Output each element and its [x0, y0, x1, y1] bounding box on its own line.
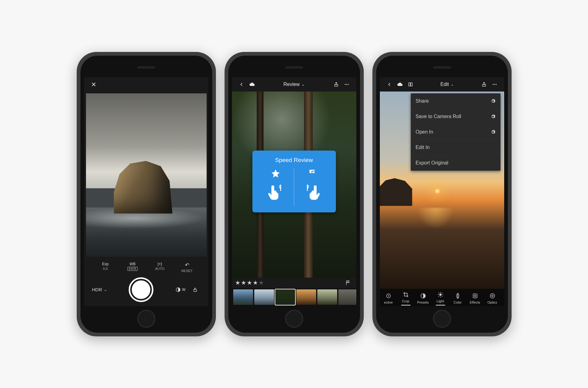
shutter-button[interactable] [130, 279, 152, 301]
mode-dropdown[interactable]: Review ⌄ [283, 82, 304, 87]
thumbnail[interactable] [233, 289, 253, 305]
review-screen: Review ⌄ Speed Review [232, 77, 356, 306]
home-button[interactable] [137, 310, 155, 328]
flag-icon [345, 280, 351, 286]
cloud-button[interactable] [395, 79, 405, 90]
chevron-down-icon: ⌄ [104, 288, 107, 292]
star-icon[interactable]: ★ [247, 279, 252, 286]
menu-item-open-in[interactable]: Open In [411, 124, 500, 140]
home-button[interactable] [433, 310, 451, 328]
more-button[interactable] [341, 79, 352, 90]
share-button[interactable] [331, 79, 341, 90]
phone-speaker [137, 66, 155, 69]
more-icon [491, 81, 498, 87]
home-button[interactable] [285, 310, 303, 328]
tool-selective[interactable]: ective [380, 291, 397, 304]
thumbnail-selected[interactable] [275, 289, 295, 305]
back-button[interactable] [384, 79, 395, 90]
lens-toggle[interactable]: W [175, 284, 186, 295]
close-button[interactable] [88, 79, 99, 90]
gear-icon [491, 99, 496, 104]
close-icon [91, 82, 97, 87]
svg-point-4 [346, 84, 347, 85]
menu-item-save-to-camera-roll[interactable]: Save to Camera Roll [411, 109, 500, 124]
overlay-title: Speed Review [257, 157, 331, 164]
edit-topbar: Edit ⌄ [380, 77, 504, 92]
right-controls: W [175, 284, 200, 295]
share-button[interactable] [479, 79, 489, 90]
phone-body: Exp 0.0 WB AWB [+] AUTO ↶ RESET H [80, 56, 212, 333]
swipe-hand-icon [303, 183, 321, 201]
lock-toggle[interactable] [190, 284, 200, 295]
cloud-button[interactable] [247, 79, 257, 90]
star-icon[interactable]: ★ [253, 279, 258, 286]
bracket-control[interactable]: [+] AUTO [151, 262, 169, 273]
star-icon[interactable]: ★ [241, 279, 246, 286]
share-icon [333, 82, 339, 87]
chevron-left-icon [239, 82, 244, 87]
bracket-icon: [+] [158, 262, 162, 266]
tool-effects[interactable]: Effects [466, 291, 484, 304]
wide-badge: W [182, 288, 185, 292]
svg-point-20 [491, 295, 493, 297]
menu-item-export-original[interactable]: Export Original [411, 155, 500, 171]
tool-presets[interactable]: Presets [414, 291, 432, 304]
tool-optics[interactable]: Optics [484, 291, 501, 304]
lens-icon [175, 287, 181, 293]
reset-label: RESET [178, 269, 196, 273]
menu-item-settings[interactable] [491, 130, 496, 134]
phone-frame-2: Review ⌄ Speed Review [225, 52, 364, 336]
tool-label: Effects [470, 301, 480, 304]
reset-icon: ↶ [185, 262, 189, 268]
svg-rect-7 [410, 83, 412, 86]
settings-row: Exp 0.0 WB AWB [+] AUTO ↶ RESET [84, 262, 208, 273]
speed-review-overlay: Speed Review [252, 151, 336, 212]
tool-color[interactable]: Color [449, 291, 466, 304]
svg-point-18 [474, 295, 476, 297]
flag-toggle[interactable] [343, 278, 353, 288]
tool-profile[interactable]: Pr [501, 291, 504, 304]
edit-screen: Edit ⌄ ShareSave to Camera RollOpen InEd… [380, 77, 504, 306]
phone-speaker [433, 66, 451, 69]
thumbnail[interactable] [296, 289, 316, 305]
tool-label: Color [453, 301, 461, 304]
tool-label: Light [437, 299, 444, 303]
filmstrip[interactable] [232, 288, 356, 306]
rock-silhouette [380, 178, 412, 206]
tool-label: Crop [402, 299, 410, 303]
phone-body: Edit ⌄ ShareSave to Camera RollOpen InEd… [376, 56, 508, 333]
exposure-control[interactable]: Exp 0.0 [97, 262, 114, 273]
menu-item-edit-in[interactable]: Edit In [411, 140, 500, 155]
menu-item-settings[interactable] [491, 99, 496, 104]
hdr-toggle[interactable]: HDR ⌄ [92, 287, 107, 292]
more-icon [344, 81, 350, 87]
phone-body: Review ⌄ Speed Review [228, 56, 360, 333]
svg-point-11 [496, 84, 496, 85]
mode-dropdown[interactable]: Edit ⌄ [440, 82, 454, 87]
menu-item-label: Export Original [416, 160, 449, 166]
effects-icon [472, 292, 479, 299]
svg-rect-1 [194, 289, 196, 292]
phone-frame-1: Exp 0.0 WB AWB [+] AUTO ↶ RESET H [77, 52, 216, 336]
compare-button[interactable] [405, 79, 416, 90]
menu-item-settings[interactable] [491, 114, 496, 119]
svg-point-15 [439, 293, 441, 296]
thumbnail[interactable] [254, 289, 274, 305]
star-rating[interactable]: ★★★★★ [235, 279, 264, 286]
review-photo[interactable]: Speed Review [232, 92, 356, 278]
camera-viewfinder[interactable] [86, 93, 207, 257]
back-button[interactable] [236, 79, 247, 90]
thumbnail[interactable] [317, 289, 337, 305]
star-icon[interactable]: ★ [259, 279, 264, 286]
white-balance-control[interactable]: WB AWB [124, 262, 142, 273]
tool-light[interactable]: Light [432, 289, 449, 305]
menu-item-share[interactable]: Share [411, 93, 500, 109]
mode-label: Edit [440, 82, 449, 87]
review-topbar: Review ⌄ [232, 77, 356, 92]
svg-point-9 [492, 84, 493, 85]
reset-control[interactable]: ↶ RESET [178, 262, 196, 273]
tool-crop[interactable]: Crop [397, 289, 414, 305]
thumbnail[interactable] [338, 289, 356, 305]
more-button[interactable] [489, 79, 500, 90]
star-icon[interactable]: ★ [235, 279, 240, 286]
